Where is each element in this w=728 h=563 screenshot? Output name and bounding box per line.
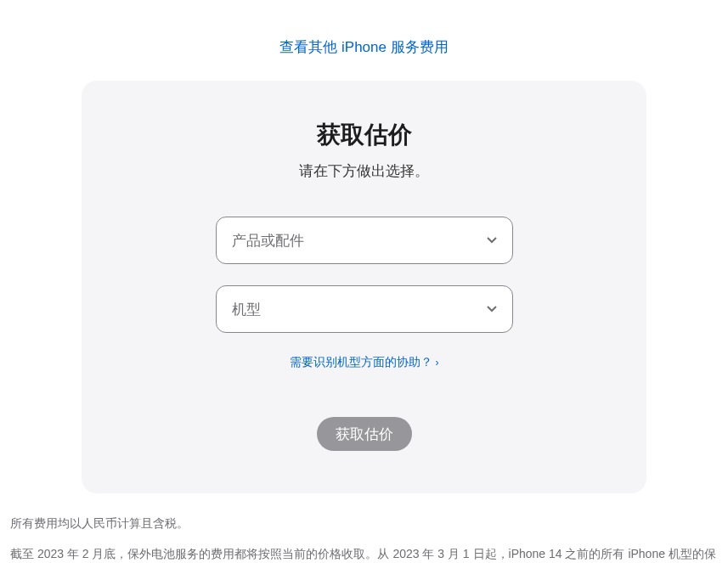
get-estimate-button[interactable]: 获取估价 — [317, 417, 412, 451]
footer-line-2: 截至 2023 年 2 月底，保外电池服务的费用都将按照当前的价格收取。从 20… — [10, 544, 718, 563]
submit-wrapper: 获取估价 — [116, 417, 612, 451]
footer-line-1: 所有费用均以人民币计算且含税。 — [10, 514, 718, 534]
help-link-text: 需要识别机型方面的协助？ — [290, 355, 432, 369]
footer-notes: 所有费用均以人民币计算且含税。 截至 2023 年 2 月底，保外电池服务的费用… — [8, 514, 720, 563]
product-select-wrapper: 产品或配件 — [216, 217, 513, 264]
help-link-wrapper: 需要识别机型方面的协助？› — [116, 354, 612, 370]
estimate-card: 获取估价 请在下方做出选择。 产品或配件 机型 需要识别机型方面的协助？› — [82, 81, 646, 493]
card-title: 获取估价 — [116, 119, 612, 151]
top-link-wrapper: 查看其他 iPhone 服务费用 — [8, 0, 720, 81]
identify-model-help-link[interactable]: 需要识别机型方面的协助？› — [290, 355, 439, 369]
product-select-label: 产品或配件 — [232, 231, 304, 251]
product-select[interactable]: 产品或配件 — [216, 217, 513, 264]
page-container: 查看其他 iPhone 服务费用 获取估价 请在下方做出选择。 产品或配件 机型 — [0, 0, 728, 563]
chevron-right-icon: › — [436, 357, 439, 369]
chevron-down-icon — [487, 235, 497, 245]
model-select[interactable]: 机型 — [216, 285, 513, 333]
model-select-wrapper: 机型 — [216, 285, 513, 333]
chevron-down-icon — [487, 304, 497, 314]
footer-line-2-text-a: 截至 2023 年 2 月底，保外电池服务的费用都将按照当前的价格收取。从 20… — [10, 547, 716, 563]
card-subtitle: 请在下方做出选择。 — [116, 161, 612, 181]
view-other-services-link[interactable]: 查看其他 iPhone 服务费用 — [279, 39, 448, 55]
model-select-label: 机型 — [232, 300, 261, 319]
